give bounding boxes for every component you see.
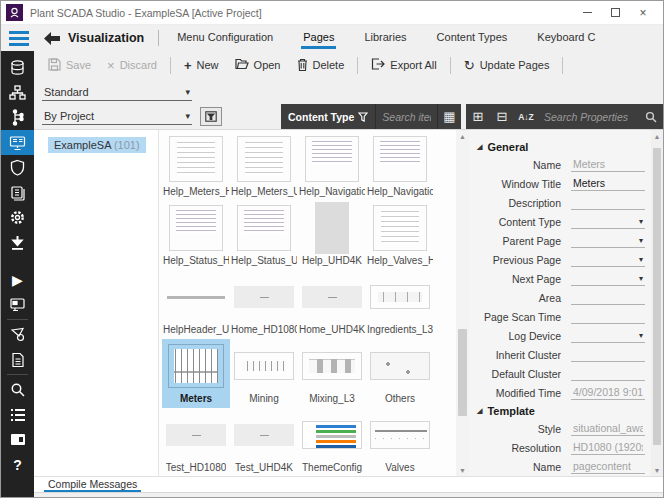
back-arrow-icon[interactable]	[44, 32, 60, 45]
reports-document-icon[interactable]	[1, 347, 34, 372]
close-button[interactable]: ×	[633, 4, 653, 22]
page-item[interactable]: Valves	[366, 408, 434, 476]
page-item[interactable]: Help_Navigatio...	[366, 132, 434, 201]
restore-button[interactable]	[605, 4, 625, 22]
analyst-icon[interactable]	[1, 322, 34, 347]
scroll-down-icon[interactable]: ▼	[654, 464, 661, 476]
scrollbar-thumb[interactable]	[653, 148, 661, 444]
save-button[interactable]: Save	[40, 54, 99, 77]
style-dropdown[interactable]: Standard ▾	[42, 84, 192, 101]
property-field[interactable]	[571, 195, 645, 210]
tree-filter-button[interactable]	[200, 107, 222, 126]
page-item[interactable]: Mining	[230, 339, 298, 408]
layout-split-icon[interactable]: ⊟	[490, 104, 514, 129]
security-shield-icon[interactable]	[1, 155, 34, 180]
menu-hamburger-icon[interactable]	[1, 31, 34, 46]
tab-pages[interactable]: Pages	[301, 27, 336, 49]
section-header[interactable]: ◢General	[469, 138, 651, 155]
page-item[interactable]: H	[434, 201, 456, 270]
pages-stack-icon[interactable]	[1, 180, 34, 205]
tree-item-examplesa[interactable]: ExampleSA (101)	[48, 137, 146, 153]
property-field[interactable]: ▾	[571, 252, 645, 267]
page-item[interactable]: Others	[366, 339, 434, 408]
properties-scrollbar[interactable]: ▲ ▼	[651, 130, 663, 476]
tab-libraries[interactable]: Libraries	[362, 27, 408, 49]
minimize-button[interactable]	[577, 4, 597, 22]
chevron-down-icon[interactable]: ▾	[639, 236, 643, 245]
tab-menu-configuration[interactable]: Menu Configuration	[175, 27, 275, 49]
page-item[interactable]: Help_Status_U...	[230, 201, 298, 270]
delete-button[interactable]: Delete	[289, 54, 353, 77]
page-item[interactable]: Test_UHD4K	[230, 408, 298, 476]
grid-scrollbar[interactable]: ▲ ▼	[456, 130, 469, 476]
page-item[interactable]: Home_HD1080	[230, 270, 298, 339]
discard-button[interactable]: × Discard	[99, 55, 165, 76]
page-item[interactable]: Home_UHD4K	[298, 270, 366, 339]
deployment-download-icon[interactable]	[1, 230, 34, 255]
property-field[interactable]: ▾	[571, 214, 645, 229]
sort-az-icon[interactable]: A↓Z	[514, 104, 538, 129]
page-item[interactable]: Test_HD1080	[162, 408, 230, 476]
content-type-filter-button[interactable]: Content Type	[281, 104, 376, 129]
page-item[interactable]: Help_Navigatio...	[298, 132, 366, 201]
layout-grid-icon[interactable]: ⊞	[466, 104, 490, 129]
scrollbar-thumb[interactable]	[458, 329, 467, 416]
help-icon[interactable]: ?	[1, 452, 34, 477]
events-list-icon[interactable]	[1, 402, 34, 427]
new-button[interactable]: + New	[176, 55, 227, 76]
chevron-down-icon[interactable]: ▾	[639, 274, 643, 283]
property-field[interactable]	[571, 290, 645, 305]
open-button[interactable]: Open	[227, 54, 289, 76]
page-item[interactable]: Mixing_L3	[298, 339, 366, 408]
thumbnail-view-icon[interactable]: ▦	[437, 104, 461, 129]
find-search-icon[interactable]	[1, 377, 34, 402]
property-field[interactable]: ▾	[571, 271, 645, 286]
page-item[interactable]	[434, 339, 456, 408]
search-icon	[639, 104, 663, 129]
tab-keyboard-commands[interactable]: Keyboard C	[535, 27, 597, 49]
chevron-down-icon[interactable]: ▾	[639, 255, 643, 264]
setup-gear-icon[interactable]	[1, 205, 34, 230]
search-items-input[interactable]	[382, 111, 431, 123]
update-pages-button[interactable]: ↻ Update Pages	[456, 55, 558, 76]
page-item[interactable]: Ingredients_L3	[366, 270, 434, 339]
chevron-down-icon[interactable]: ▾	[639, 217, 643, 226]
topology-database-icon[interactable]	[1, 55, 34, 80]
property-field[interactable]	[571, 366, 645, 381]
run-play-icon[interactable]: ▶	[1, 267, 34, 292]
visualization-icon[interactable]	[1, 130, 34, 155]
page-item[interactable]: Help_Valves_H...	[366, 201, 434, 270]
compile-messages-tab[interactable]: Compile Messages	[44, 477, 141, 493]
property-field[interactable]: ▾	[571, 233, 645, 248]
property-value: HD1080 (1920x1080, 16:9)	[573, 441, 643, 453]
monitor-window-icon[interactable]	[1, 427, 34, 452]
runtime-manager-icon[interactable]	[1, 292, 34, 317]
chevron-down-icon[interactable]: ▾	[639, 331, 643, 340]
page-item[interactable]: Help_UHD4K	[298, 201, 366, 270]
page-item[interactable]: Help_Meters_U...	[230, 132, 298, 201]
system-model-icon[interactable]	[1, 80, 34, 105]
scroll-up-icon[interactable]: ▲	[654, 130, 661, 142]
property-field[interactable]: Meters	[571, 176, 645, 191]
property-field[interactable]	[571, 347, 645, 362]
property-field[interactable]: ▾	[571, 328, 645, 343]
scroll-down-icon[interactable]: ▼	[459, 464, 466, 476]
tab-content-types[interactable]: Content Types	[435, 27, 510, 49]
group-by-dropdown[interactable]: By Project ▾	[42, 108, 192, 125]
search-properties-input[interactable]	[544, 111, 633, 123]
scroll-up-icon[interactable]: ▲	[459, 130, 466, 142]
page-item[interactable]: H	[434, 132, 456, 201]
tags-tree-icon[interactable]	[1, 105, 34, 130]
page-thumbnail	[234, 424, 294, 446]
section-header[interactable]: ◢Template	[469, 402, 651, 419]
property-field[interactable]	[571, 309, 645, 324]
page-item[interactable]: Meters	[162, 339, 230, 408]
export-all-button[interactable]: Export All	[363, 54, 444, 76]
page-item[interactable]	[434, 408, 456, 476]
page-item[interactable]: ThemeConfig	[298, 408, 366, 476]
page-item[interactable]: M	[434, 270, 456, 339]
page-item[interactable]: HelpHeader_U...	[162, 270, 230, 339]
page-item[interactable]: Help_Status_H...	[162, 201, 230, 270]
nav-bar: Visualization Menu Configuration Pages L…	[1, 25, 663, 51]
page-item[interactable]: Help_Meters_H...	[162, 132, 230, 201]
